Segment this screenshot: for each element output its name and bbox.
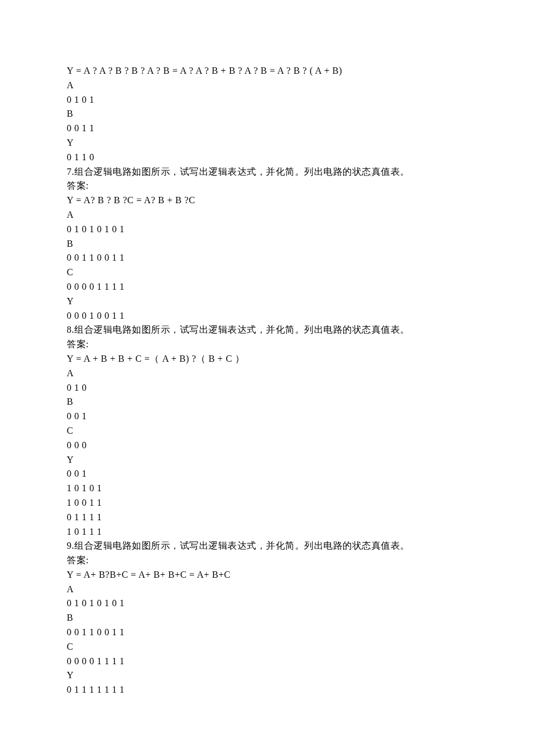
text-line: Y — [67, 136, 467, 150]
text-line: 答案: — [67, 553, 467, 568]
text-line: 7.组合逻辑电路如图所示，试写出逻辑表达式，并化简。列出电路的状态真值表。 — [67, 165, 467, 179]
text-line: 0 0 1 — [67, 409, 467, 424]
text-line: 0 1 0 1 0 1 0 1 — [67, 222, 467, 237]
text-line: A — [67, 582, 467, 597]
text-line: 0 0 1 1 — [67, 121, 467, 136]
text-line: 0 1 0 1 — [67, 93, 467, 107]
text-line: 1 0 0 1 1 — [67, 496, 467, 510]
text-line: 答案: — [67, 337, 467, 352]
text-line: C — [67, 265, 467, 280]
text-line: 0 0 0 1 0 0 1 1 — [67, 309, 467, 323]
text-line: Y — [67, 668, 467, 683]
text-line: B — [67, 237, 467, 251]
text-line: 0 1 1 0 — [67, 150, 467, 165]
text-line: 0 0 1 1 0 0 1 1 — [67, 251, 467, 265]
text-line: 0 1 1 1 1 1 1 1 — [67, 683, 467, 697]
text-line: B — [67, 107, 467, 121]
text-line: 0 1 0 1 0 1 0 1 — [67, 596, 467, 611]
text-line: Y — [67, 453, 467, 467]
text-line: 1 0 1 1 1 — [67, 525, 467, 539]
text-line: Y — [67, 294, 467, 309]
text-line: 答案: — [67, 179, 467, 193]
text-line: 0 1 0 — [67, 381, 467, 395]
text-line: 9.组合逻辑电路如图所示，试写出逻辑表达式，并化简。列出电路的状态真值表。 — [67, 539, 467, 553]
text-line: Y = A+ B?B+C = A+ B+ B+C = A+ B+C — [67, 568, 467, 582]
text-line: 0 0 0 0 1 1 1 1 — [67, 280, 467, 294]
text-line: Y = A? B ? B ?C = A? B + B ?C — [67, 193, 467, 208]
text-line: 8.组合逻辑电路如图所示，试写出逻辑表达式，并化简。列出电路的状态真值表。 — [67, 323, 467, 337]
text-line: 0 1 1 1 1 — [67, 510, 467, 525]
text-line: 0 0 1 1 0 0 1 1 — [67, 625, 467, 640]
text-line: B — [67, 395, 467, 409]
text-line: A — [67, 366, 467, 381]
text-line: A — [67, 78, 467, 93]
text-line: A — [67, 208, 467, 222]
text-line: Y = A ? A ? B ? B ? A ? B = A ? A ? B + … — [67, 64, 467, 78]
document-page: Y = A ? A ? B ? B ? A ? B = A ? A ? B + … — [0, 0, 534, 756]
text-line: B — [67, 611, 467, 625]
text-line: C — [67, 640, 467, 654]
text-line: 0 0 0 0 1 1 1 1 — [67, 654, 467, 669]
text-line: Y = A + B + B + C =（ A + B) ?（ B + C ） — [67, 352, 467, 366]
text-line: C — [67, 424, 467, 438]
text-line: 0 0 1 — [67, 467, 467, 481]
text-line: 0 0 0 — [67, 438, 467, 453]
text-line: 1 0 1 0 1 — [67, 481, 467, 496]
